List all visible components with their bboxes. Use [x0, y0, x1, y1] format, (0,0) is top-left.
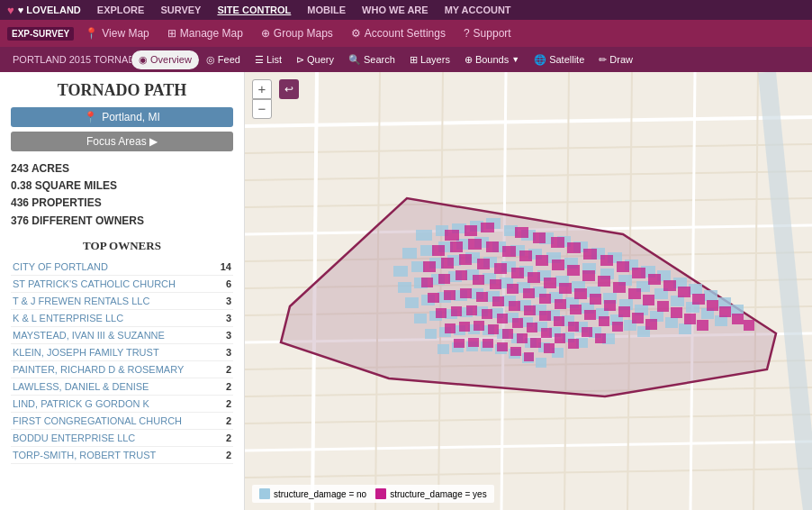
tab-feed[interactable]: ◎ Feed [199, 50, 248, 69]
table-row[interactable]: LAWLESS, DANIEL & DENISE 2 [11, 378, 233, 395]
svg-rect-174 [657, 301, 669, 312]
tab-search[interactable]: 🔍 Search [341, 50, 402, 69]
svg-rect-183 [511, 268, 524, 278]
tab-overview[interactable]: ◉ Overview [131, 50, 199, 69]
svg-rect-166 [536, 255, 548, 266]
pin-icon: 📍 [84, 111, 97, 123]
owner-name[interactable]: BODDU ENTERPRISE LLC [11, 429, 212, 446]
owner-count: 3 [212, 292, 233, 309]
svg-rect-198 [507, 284, 519, 294]
tab-query[interactable]: ⊳ Query [289, 50, 341, 69]
manage-map-btn[interactable]: ⊞ Manage Map [160, 27, 250, 40]
zoom-out-button[interactable]: − [252, 99, 272, 119]
table-row[interactable]: CITY OF PORTLAND 14 [11, 259, 233, 276]
svg-rect-233 [517, 333, 528, 343]
owner-name[interactable]: K & L ENTERPRISE LLC [11, 309, 212, 326]
owner-name[interactable]: T & J FREWEN RENTALS LLC [11, 292, 212, 309]
sidebar-title: TORNADO PATH [11, 81, 233, 100]
stats-block: 243 ACRES 0.38 SQUARE MILES 436 PROPERTI… [11, 160, 233, 230]
zoom-controls: + − [252, 79, 272, 119]
owner-name[interactable]: PAINTER, RICHARD D & ROSEMARY [11, 360, 212, 378]
svg-rect-172 [628, 288, 641, 299]
map-svg [245, 72, 812, 510]
support-btn[interactable]: ? Support [456, 27, 519, 40]
table-row[interactable]: TORP-SMITH, ROBERT TRUST 2 [11, 446, 233, 463]
properties-stat: 436 PROPERTIES [11, 195, 233, 212]
gear-icon: ⚙ [351, 27, 361, 40]
svg-rect-203 [584, 310, 596, 320]
owner-name[interactable]: CITY OF PORTLAND [11, 259, 212, 276]
owner-name[interactable]: KLEIN, JOSEPH FAMILY TRUST [11, 343, 212, 360]
owner-count: 3 [212, 343, 233, 360]
account-settings-btn[interactable]: ⚙ Account Settings [344, 27, 453, 40]
tab-draw[interactable]: ✏ Draw [591, 50, 640, 69]
group-icon: ⊕ [261, 27, 270, 40]
svg-rect-232 [502, 329, 513, 339]
table-row[interactable]: FIRST CONGREGATIONAL CHURCH 2 [11, 412, 233, 429]
svg-rect-151 [632, 268, 645, 278]
svg-rect-214 [554, 316, 564, 326]
svg-rect-169 [582, 270, 595, 281]
svg-rect-146 [551, 237, 564, 248]
svg-rect-186 [559, 283, 572, 294]
nav-mobile[interactable]: MOBILE [307, 5, 346, 15]
table-row[interactable]: T & J FREWEN RENTALS LLC 3 [11, 292, 233, 309]
tab-list[interactable]: ☰ List [248, 50, 289, 69]
table-row[interactable]: PAINTER, RICHARD D & ROSEMARY 2 [11, 360, 233, 378]
tab-layers[interactable]: ⊞ Layers [402, 50, 457, 69]
svg-rect-164 [502, 246, 516, 257]
svg-rect-159 [744, 320, 754, 331]
support-icon: ? [464, 27, 470, 40]
svg-rect-180 [459, 254, 472, 265]
tab-bounds[interactable]: ⊕ Bounds ▼ [457, 50, 527, 69]
svg-rect-223 [512, 318, 523, 328]
svg-rect-221 [482, 309, 492, 319]
svg-rect-196 [473, 275, 484, 285]
svg-rect-133 [438, 344, 449, 354]
loveland-logo[interactable]: ♥ ♥ LOVELAND [7, 4, 81, 17]
svg-rect-160 [432, 245, 445, 256]
svg-rect-200 [539, 294, 551, 304]
table-row[interactable]: MAYSTEAD, IVAN III & SUZANNE 3 [11, 326, 233, 343]
svg-rect-222 [497, 314, 508, 323]
table-row[interactable]: K & L ENTERPRISE LLC 3 [11, 309, 233, 326]
svg-rect-206 [428, 293, 439, 303]
dropdown-arrow: ▼ [511, 55, 519, 64]
svg-rect-184 [528, 272, 540, 283]
owner-name[interactable]: ST PATRICK'S CATHOLIC CHURCH [11, 275, 212, 292]
table-row[interactable]: LIND, PATRICK G GORDON K 2 [11, 395, 233, 412]
svg-rect-154 [678, 287, 690, 297]
location-button[interactable]: 📍 Portland, MI [11, 107, 233, 127]
svg-rect-239 [497, 342, 508, 351]
svg-rect-219 [451, 306, 462, 316]
svg-rect-218 [436, 308, 447, 318]
nav-my-account[interactable]: MY ACCOUNT [445, 5, 511, 15]
owner-name[interactable]: MAYSTEAD, IVAN III & SUZANNE [11, 326, 212, 343]
nav-who-we-are[interactable]: WHO WE ARE [362, 5, 429, 15]
nav-site-control[interactable]: SITE CONTROL [217, 5, 291, 15]
zoom-in-button[interactable]: + [252, 79, 272, 99]
owner-name[interactable]: TORP-SMITH, ROBERT TRUST [11, 446, 212, 463]
undo-button[interactable]: ↩ [279, 79, 299, 99]
focus-areas-button[interactable]: Focus Areas ▶ [11, 132, 233, 151]
table-row[interactable]: BODDU ENTERPRISE LLC 2 [11, 429, 233, 446]
nav-survey[interactable]: SURVEY [160, 5, 201, 15]
svg-rect-212 [524, 305, 536, 315]
tab-satellite[interactable]: 🌐 Satellite [527, 50, 591, 69]
group-maps-btn[interactable]: ⊕ Group Maps [254, 27, 340, 40]
owner-count: 2 [212, 446, 233, 463]
svg-rect-227 [568, 339, 579, 349]
owner-name[interactable]: LIND, PATRICK G GORDON K [11, 395, 212, 412]
owner-count: 6 [212, 275, 233, 292]
legend-color-no-damage [259, 488, 270, 499]
svg-rect-155 [692, 294, 705, 305]
owner-name[interactable]: LAWLESS, DANIEL & DENISE [11, 378, 212, 395]
view-map-btn[interactable]: 📍 View Map [77, 27, 156, 40]
table-row[interactable]: KLEIN, JOSEPH FAMILY TRUST 3 [11, 343, 233, 360]
nav-explore[interactable]: EXPLORE [97, 5, 145, 15]
owner-name[interactable]: FIRST CONGREGATIONAL CHURCH [11, 412, 212, 429]
map-area[interactable]: + − ↩ structure_damage = no structure_da… [245, 72, 812, 510]
svg-rect-226 [555, 333, 565, 343]
table-row[interactable]: ST PATRICK'S CATHOLIC CHURCH 6 [11, 275, 233, 292]
svg-rect-240 [510, 347, 521, 356]
